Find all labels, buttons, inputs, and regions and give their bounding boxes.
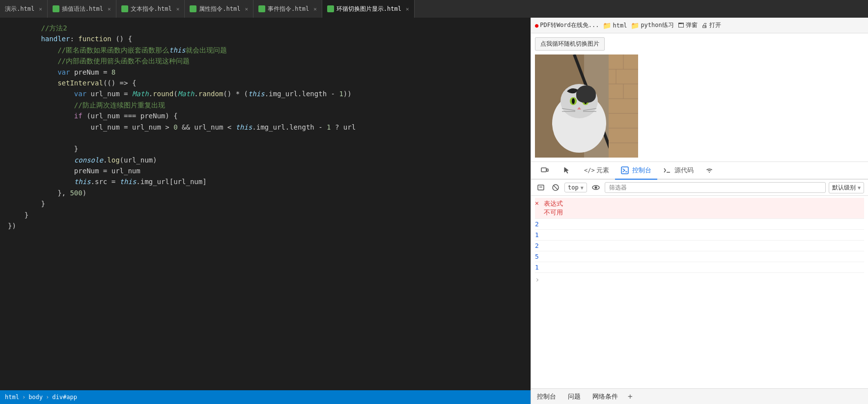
main-layout: //方法2 handler: function () { //匿名函数如果函数内… bbox=[0, 18, 868, 404]
code-line: } bbox=[0, 210, 531, 220]
tab-interpolation[interactable]: 插值语法.html ✕ bbox=[48, 0, 116, 18]
bookmark-html[interactable]: 📁 html bbox=[603, 22, 627, 29]
code-text: } bbox=[8, 143, 78, 154]
tab-close[interactable]: ✕ bbox=[108, 6, 111, 12]
tab-loop-image[interactable]: 环循切换图片显示.html ✕ bbox=[322, 0, 415, 18]
code-line: url_num = url_num > 0 && url_num < this.… bbox=[0, 122, 531, 133]
tab-close[interactable]: ✕ bbox=[313, 6, 317, 12]
tab-close[interactable]: ✕ bbox=[176, 6, 180, 12]
folder-icon: 📁 bbox=[631, 22, 639, 29]
code-text: url_num = url_num > 0 && url_num < this.… bbox=[8, 122, 356, 133]
status-html: html bbox=[5, 394, 19, 401]
block-icon bbox=[552, 184, 560, 191]
code-text: //匿名函数如果函数内嵌套函数那么this就会出现问题 bbox=[8, 45, 227, 55]
add-tab-button[interactable]: + bbox=[628, 392, 633, 401]
tab-console[interactable]: 控制台 bbox=[615, 162, 657, 180]
code-line bbox=[0, 133, 531, 143]
tab-elements[interactable]: </> 元素 bbox=[578, 162, 615, 180]
status-body: body bbox=[28, 394, 43, 401]
console-value-row-5: 1 bbox=[535, 262, 864, 273]
tab-icon bbox=[327, 5, 334, 12]
console-caret-row[interactable]: › bbox=[535, 273, 864, 286]
console-value-row-3: 2 bbox=[535, 241, 864, 251]
status-div: div#app bbox=[52, 394, 77, 401]
code-line: //防止两次连续图片重复出现 bbox=[0, 100, 531, 110]
devtools-bottom-tabs: 控制台 问题 网络条件 + bbox=[531, 388, 868, 404]
tab-close[interactable]: ✕ bbox=[39, 6, 42, 12]
code-text bbox=[8, 133, 12, 143]
wifi-icon bbox=[705, 166, 713, 174]
code-line: }) bbox=[0, 220, 531, 231]
tab-close[interactable]: ✕ bbox=[406, 6, 409, 12]
log-toggle-button[interactable] bbox=[535, 182, 547, 193]
tab-network[interactable] bbox=[700, 162, 721, 180]
tab-close[interactable]: ✕ bbox=[245, 6, 248, 12]
console-value-row-1: 2 bbox=[535, 219, 864, 230]
status-bar: html › body › div#app bbox=[0, 390, 531, 404]
favicon-icon: ● bbox=[535, 22, 538, 29]
window-icon: 🗔 bbox=[678, 22, 684, 29]
code-line: console.log(url_num) bbox=[0, 155, 531, 165]
bottom-tab-issues[interactable]: 问题 bbox=[566, 392, 583, 401]
code-text: var preNum = 8 bbox=[8, 67, 115, 78]
dropdown-arrow: ▼ bbox=[581, 185, 584, 190]
bookmark-pdf[interactable]: ● PDF转Word在线免... bbox=[535, 21, 599, 29]
view-button[interactable] bbox=[590, 182, 602, 193]
bookmark-print[interactable]: 🖨 打开 bbox=[701, 21, 721, 29]
console-value-row-2: 1 bbox=[535, 230, 864, 241]
filter-input[interactable] bbox=[605, 182, 826, 193]
code-line: var preNum = 8 bbox=[0, 67, 531, 78]
bookmark-label: html bbox=[613, 22, 627, 29]
bottom-tab-console[interactable]: 控制台 bbox=[535, 392, 558, 401]
code-text: this.src = this.img_url[url_num] bbox=[8, 176, 207, 187]
tab-inspect-device[interactable] bbox=[535, 162, 557, 180]
eye-icon bbox=[592, 184, 600, 191]
console-error-row: ✕ 表达式 不可用 bbox=[535, 198, 864, 219]
folder-icon: 📁 bbox=[603, 22, 611, 29]
level-selector[interactable]: 默认级别 ▼ bbox=[829, 182, 864, 193]
devtools-tabs: </> 元素 控制台 源代码 bbox=[531, 162, 868, 180]
code-line: //匿名函数如果函数内嵌套函数那么this就会出现问题 bbox=[0, 45, 531, 55]
tabs-bar: 演示.html ✕ 插值语法.html ✕ 文本指令.html ✕ 属性指令.h… bbox=[0, 0, 868, 18]
code-text: //防止两次连续图片重复出现 bbox=[8, 100, 165, 110]
block-button[interactable] bbox=[550, 182, 561, 193]
bottom-tab-network[interactable]: 网络条件 bbox=[590, 392, 620, 401]
code-text: }, 500) bbox=[8, 188, 86, 198]
code-text: handler: function () { bbox=[8, 33, 132, 44]
bookmark-label: 弹窗 bbox=[686, 21, 698, 29]
bookmarks-bar: ● PDF转Word在线免... 📁 html 📁 python练习 🗔 弹窗 … bbox=[531, 18, 868, 33]
bookmark-window[interactable]: 🗔 弹窗 bbox=[678, 21, 698, 29]
tab-inspect-cursor[interactable] bbox=[557, 162, 578, 180]
tab-attr-directive[interactable]: 属性指令.html ✕ bbox=[185, 0, 253, 18]
tab-text-directive[interactable]: 文本指令.html ✕ bbox=[116, 0, 185, 18]
log-icon bbox=[537, 184, 545, 191]
console-value-row-4: 5 bbox=[535, 251, 864, 262]
cat-image bbox=[535, 54, 638, 158]
status-arrow: › bbox=[22, 394, 26, 401]
sources-label: 源代码 bbox=[674, 166, 694, 175]
cycle-images-button[interactable]: 点我循环随机切换图片 bbox=[535, 37, 605, 51]
console-output[interactable]: ✕ 表达式 不可用 2 1 2 5 1 bbox=[531, 196, 868, 388]
tab-demo[interactable]: 演示.html ✕ bbox=[0, 0, 48, 18]
console-num: 2 bbox=[535, 220, 539, 228]
devtools-toolbar: top ▼ 默认级别 ▼ bbox=[531, 180, 868, 196]
console-icon bbox=[621, 166, 629, 174]
tab-sources[interactable]: 源代码 bbox=[657, 162, 700, 180]
console-num: 2 bbox=[535, 242, 539, 249]
elements-label: 元素 bbox=[596, 166, 609, 175]
bookmark-python[interactable]: 📁 python练习 bbox=[631, 21, 673, 29]
code-line: handler: function () { bbox=[0, 33, 531, 44]
tab-event-directive[interactable]: 事件指令.html ✕ bbox=[253, 0, 322, 18]
context-selector[interactable]: top ▼ bbox=[564, 183, 587, 192]
tab-label: 演示.html bbox=[5, 5, 34, 13]
level-label: 默认级别 bbox=[832, 184, 856, 192]
code-text: setInterval(() => { bbox=[8, 78, 136, 88]
svg-point-34 bbox=[594, 187, 597, 189]
svg-rect-24 bbox=[541, 168, 546, 172]
bookmark-label: python练习 bbox=[641, 21, 673, 29]
console-num: 1 bbox=[535, 264, 539, 271]
code-text: preNum = url_num bbox=[8, 165, 140, 176]
svg-point-4 bbox=[560, 84, 598, 118]
code-line: } bbox=[0, 143, 531, 154]
sources-icon bbox=[663, 166, 671, 174]
